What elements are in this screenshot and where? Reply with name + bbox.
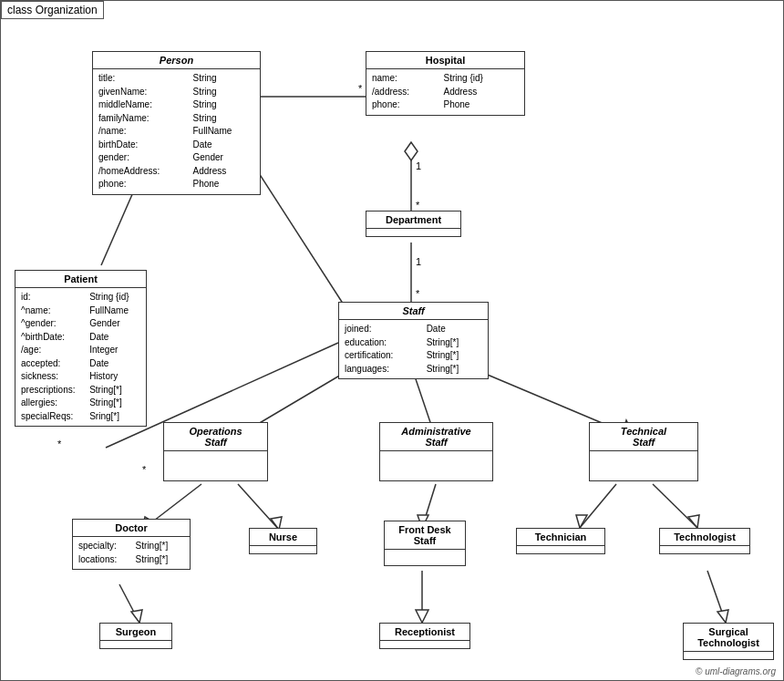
svg-text:*: *: [416, 288, 420, 299]
patient-class-name: Patient: [15, 271, 146, 288]
patient-class-attrs: id:String {id} ^name:FullName ^gender:Ge…: [15, 288, 146, 426]
person-class-name: Person: [93, 52, 260, 69]
surgeon-class-attrs: [100, 641, 171, 648]
doctor-class-attrs: specialty:String[*] locations:String[*]: [73, 537, 190, 569]
technician-class: Technician: [516, 528, 605, 554]
technologist-class-attrs: [660, 546, 749, 553]
receptionist-class-attrs: [380, 641, 469, 648]
operations-staff-class: OperationsStaff: [163, 422, 268, 481]
receptionist-class: Receptionist: [379, 623, 470, 649]
svg-text:*: *: [57, 439, 62, 449]
front-desk-class-attrs: [385, 550, 465, 557]
diagram-container: class Organization * * 1 * 1 * * *: [0, 0, 784, 681]
person-class: Person title:String givenName:String mid…: [92, 51, 261, 195]
technical-staff-class-attrs: [590, 451, 697, 459]
hospital-class: Hospital name:String {id} /address:Addre…: [366, 51, 525, 116]
admin-staff-class-name: AdministrativeStaff: [380, 423, 492, 451]
department-class-name: Department: [366, 212, 460, 229]
nurse-class-attrs: [250, 546, 316, 553]
staff-class-attrs: joined:Date education:String[*] certific…: [339, 320, 488, 378]
doctor-class-name: Doctor: [73, 520, 190, 537]
admin-staff-class: AdministrativeStaff: [379, 422, 493, 481]
svg-text:1: 1: [416, 256, 421, 267]
doctor-class: Doctor specialty:String[*] locations:Str…: [72, 519, 191, 570]
front-desk-class-name: Front DeskStaff: [385, 521, 465, 550]
front-desk-class: Front DeskStaff: [384, 521, 466, 566]
surgical-technologist-class: SurgicalTechnologist: [683, 623, 774, 660]
operations-staff-class-name: OperationsStaff: [164, 423, 267, 451]
svg-line-28: [580, 484, 616, 528]
admin-staff-class-attrs: [380, 451, 492, 459]
svg-marker-35: [416, 610, 428, 623]
technician-class-name: Technician: [517, 529, 604, 546]
receptionist-class-name: Receptionist: [380, 624, 469, 641]
operations-staff-class-attrs: [164, 451, 267, 459]
diagram-title: class Organization: [1, 1, 104, 19]
technologist-class-name: Technologist: [660, 529, 749, 546]
svg-marker-37: [717, 610, 728, 623]
svg-line-30: [653, 484, 697, 528]
svg-line-36: [707, 571, 726, 623]
patient-class: Patient id:String {id} ^name:FullName ^g…: [15, 270, 147, 427]
copyright: © uml-diagrams.org: [696, 666, 776, 676]
technologist-class: Technologist: [659, 528, 750, 554]
svg-line-32: [119, 584, 139, 623]
surgeon-class: Surgeon: [99, 623, 172, 649]
svg-text:*: *: [142, 464, 147, 475]
svg-text:1: 1: [416, 160, 421, 171]
department-class: Department: [366, 211, 461, 237]
surgical-technologist-class-name: SurgicalTechnologist: [684, 624, 773, 652]
svg-line-24: [238, 484, 279, 530]
hospital-class-attrs: name:String {id} /address:Address phone:…: [366, 69, 524, 115]
svg-text:*: *: [416, 200, 420, 211]
svg-marker-31: [688, 515, 699, 528]
person-class-attrs: title:String givenName:String middleName…: [93, 69, 260, 194]
nurse-class-name: Nurse: [250, 529, 316, 546]
svg-marker-33: [131, 610, 142, 623]
staff-class-name: Staff: [339, 303, 488, 320]
technical-staff-class-name: TechnicalStaff: [590, 423, 697, 451]
svg-marker-4: [405, 142, 418, 160]
svg-marker-29: [576, 515, 587, 528]
department-class-attrs: [366, 229, 460, 236]
svg-text:*: *: [358, 83, 363, 94]
technician-class-attrs: [517, 546, 604, 553]
surgeon-class-name: Surgeon: [100, 624, 171, 641]
hospital-class-name: Hospital: [366, 52, 524, 69]
surgical-technologist-class-attrs: [684, 652, 773, 659]
nurse-class: Nurse: [249, 528, 317, 554]
technical-staff-class: TechnicalStaff: [589, 422, 698, 481]
staff-class: Staff joined:Date education:String[*] ce…: [338, 302, 489, 379]
